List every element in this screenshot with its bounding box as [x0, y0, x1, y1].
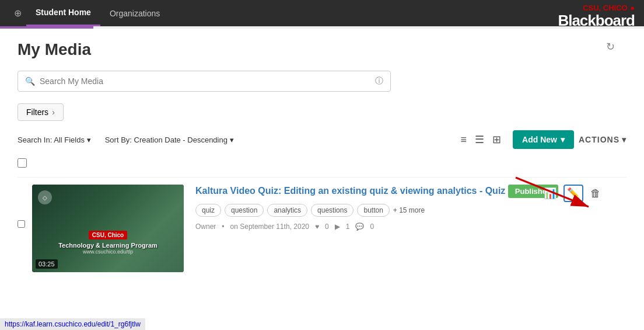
- analytics-icon: 📊: [544, 187, 556, 199]
- tag-analytics[interactable]: analytics: [267, 204, 307, 217]
- view-list-bullets-button[interactable]: ☰: [473, 132, 487, 147]
- select-all-row: [18, 158, 626, 170]
- actions-button[interactable]: ACTIONS ▾: [579, 135, 626, 144]
- csu-icon: ●: [630, 4, 635, 12]
- sort-chevron-icon: ▾: [230, 136, 234, 144]
- media-item-checkbox-wrapper: [18, 220, 25, 230]
- media-item: ◇ CSU, Chico Technology & Learning Progr…: [18, 177, 626, 279]
- nav-item-organizations[interactable]: Organizations: [100, 0, 169, 26]
- tag-quiz[interactable]: quiz: [195, 204, 221, 217]
- media-title-link[interactable]: Kaltura Video Quiz: Editing an existing …: [195, 186, 505, 196]
- plays-count: 1: [346, 223, 350, 231]
- thumbnail-subtitle: www.csuchico.edu/tlp: [32, 249, 184, 255]
- trash-icon: 🗑: [590, 187, 601, 199]
- sort-label: Sort By: Creation Date - Descending: [105, 136, 228, 144]
- play-icon: ▶: [335, 223, 340, 231]
- heart-icon: ♥: [315, 223, 319, 231]
- tag-questions[interactable]: questions: [311, 204, 354, 217]
- search-in-label: Search In: All Fields: [18, 136, 85, 144]
- comment-icon: 💬: [355, 223, 364, 231]
- edit-pencil-icon: ✏️: [567, 187, 580, 199]
- nav-label-student-home: Student Home: [36, 8, 91, 17]
- tags-more[interactable]: + 15 more: [393, 206, 425, 214]
- nav-left-icon: ⊕: [9, 8, 26, 19]
- blackboard-logo: CSU, CHICO ● Blackboard: [558, 2, 635, 28]
- add-new-chevron-icon: ▾: [561, 135, 565, 144]
- media-info: Kaltura Video Quiz: Editing an existing …: [195, 185, 626, 231]
- analytics-icon-button[interactable]: 📊: [541, 185, 559, 202]
- media-meta: Owner • on September 11th, 2020 ♥ 0 ▶ 1 …: [195, 223, 626, 231]
- nav-item-student-home[interactable]: Student Home: [26, 0, 100, 26]
- nav-label-organizations: Organizations: [110, 9, 160, 18]
- thumbnail-overlay: CSU, Chico Technology & Learning Program…: [32, 229, 184, 255]
- top-navigation: ⊕ Student Home Organizations CSU, CHICO …: [0, 0, 644, 26]
- select-all-checkbox[interactable]: [18, 158, 27, 168]
- grid-icon: ⊞: [492, 134, 501, 145]
- add-new-button[interactable]: Add New ▾: [513, 130, 574, 149]
- comments-count: 0: [370, 223, 374, 231]
- info-icon: ⓘ: [375, 76, 383, 86]
- thumbnail-logo-icon: ◇: [38, 190, 52, 204]
- toolbar-row: Search In: All Fields ▾ Sort By: Creatio…: [18, 130, 626, 149]
- filters-chevron-icon: ›: [52, 107, 55, 117]
- thumbnail-badge: CSU, Chico: [89, 231, 127, 239]
- search-bar-container: 🔍 ⓘ: [18, 71, 391, 92]
- search-in-chevron-icon: ▾: [87, 136, 91, 144]
- thumbnail-background: ◇ CSU, Chico Technology & Learning Progr…: [32, 185, 184, 272]
- media-thumbnail[interactable]: ◇ CSU, Chico Technology & Learning Progr…: [32, 185, 184, 272]
- view-grid-button[interactable]: ⊞: [490, 132, 503, 147]
- search-input[interactable]: [40, 77, 370, 86]
- list-lines-icon: ≡: [461, 134, 467, 145]
- status-bar: https://kaf.learn.csuchico.edu/edit/1_rg…: [0, 318, 145, 330]
- view-list-lines-button[interactable]: ≡: [459, 133, 470, 147]
- search-in-dropdown[interactable]: Search In: All Fields ▾: [18, 136, 91, 144]
- likes-count: 0: [325, 223, 329, 231]
- status-url: https://kaf.learn.csuchico.edu/edit/1_rg…: [5, 320, 141, 328]
- main-content: My Media ↻ 🔍 ⓘ Filters › Search In: All …: [0, 29, 644, 330]
- tag-question[interactable]: question: [225, 204, 264, 217]
- add-new-label: Add New: [522, 135, 557, 144]
- search-icon: 🔍: [25, 77, 35, 86]
- actions-label: ACTIONS: [579, 135, 620, 144]
- sort-dropdown[interactable]: Sort By: Creation Date - Descending ▾: [105, 136, 234, 144]
- owner-label: Owner: [195, 223, 216, 231]
- tags-row: quiz question analytics questions button…: [195, 204, 626, 217]
- media-date: on September 11th, 2020: [230, 223, 309, 231]
- csu-chico-text: CSU, CHICO: [583, 4, 628, 12]
- filters-row: Filters ›: [18, 103, 626, 121]
- filters-label: Filters: [26, 107, 48, 117]
- delete-icon-button[interactable]: 🗑: [588, 185, 603, 202]
- thumbnail-duration: 03:25: [36, 259, 58, 269]
- media-action-icons: 📊 ✏️ 🗑: [541, 185, 603, 202]
- filters-button[interactable]: Filters ›: [18, 103, 64, 121]
- edit-icon-button[interactable]: ✏️: [564, 185, 583, 202]
- refresh-button[interactable]: ↻: [606, 40, 615, 53]
- page-title: My Media: [18, 40, 626, 59]
- view-icons: ≡ ☰ ⊞: [459, 132, 504, 147]
- thumbnail-title: Technology & Learning Program: [32, 242, 184, 249]
- tag-button[interactable]: button: [357, 204, 389, 217]
- toolbar-separator: [96, 135, 100, 144]
- meta-bullet: •: [222, 223, 224, 231]
- media-item-checkbox[interactable]: [18, 220, 25, 228]
- list-bullets-icon: ☰: [475, 134, 484, 145]
- actions-chevron-icon: ▾: [622, 135, 626, 144]
